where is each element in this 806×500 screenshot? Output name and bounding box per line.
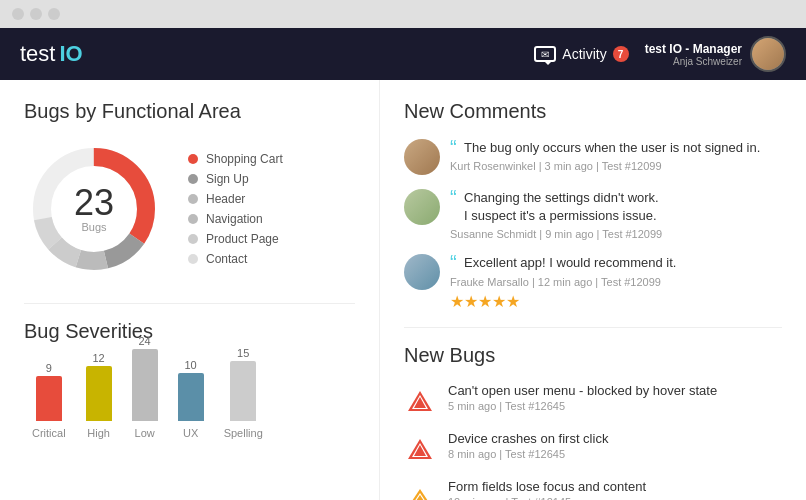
legend-label-signup: Sign Up	[206, 172, 249, 186]
legend-dot-shopping	[188, 154, 198, 164]
bar-low: 24 Low	[132, 335, 158, 439]
comment-avatar-1	[404, 139, 440, 175]
app-header: test IO ✉ Activity 7 test IO - Manager A…	[0, 28, 806, 80]
bug-title-2: Device crashes on first click	[448, 431, 782, 446]
donut-number: 23	[74, 185, 114, 221]
right-panel: New Comments The bug only occurs when th…	[380, 80, 806, 500]
user-name: test IO - Manager	[645, 42, 742, 56]
comment-item-2: Changing the settings didn't work.I susp…	[404, 189, 782, 240]
bug-item-3[interactable]: Form fields lose focus and content 12 mi…	[404, 479, 782, 500]
legend-item-signup: Sign Up	[188, 172, 283, 186]
activity-label: Activity	[562, 46, 606, 62]
divider-1	[24, 303, 355, 304]
chat-icon: ✉	[534, 46, 556, 62]
bar-critical: 9 Critical	[32, 362, 66, 439]
bar-rect-ux	[178, 373, 204, 421]
bar-value-high: 12	[93, 352, 105, 364]
legend-dot-product	[188, 234, 198, 244]
activity-button[interactable]: ✉ Activity 7	[534, 46, 628, 62]
bar-chart: 9 Critical 12 High 24 Low 10	[24, 359, 355, 439]
comment-text-3: Excellent app! I would recommend it.	[450, 254, 782, 272]
user-info[interactable]: test IO - Manager Anja Schweizer	[645, 36, 786, 72]
window-maximize-btn[interactable]	[48, 8, 60, 20]
window-close-btn[interactable]	[12, 8, 24, 20]
bug-title-3: Form fields lose focus and content	[448, 479, 782, 494]
header-right: ✉ Activity 7 test IO - Manager Anja Schw…	[534, 36, 786, 72]
user-text: test IO - Manager Anja Schweizer	[645, 42, 742, 67]
legend-item-product: Product Page	[188, 232, 283, 246]
bug-meta-2: 8 min ago | Test #12645	[448, 448, 782, 460]
bar-rect-low	[132, 349, 158, 421]
comment-body-1: The bug only occurs when the user is not…	[450, 139, 782, 175]
bug-title-1: Can't open user menu - blocked by hover …	[448, 383, 782, 398]
rating-stars-3: ★★★★★	[450, 292, 782, 311]
legend-item-shopping: Shopping Cart	[188, 152, 283, 166]
bar-label-spelling: Spelling	[224, 427, 263, 439]
bar-spelling: 15 Spelling	[224, 347, 263, 439]
bug-meta-1: 5 min ago | Test #12645	[448, 400, 782, 412]
comment-item-1: The bug only occurs when the user is not…	[404, 139, 782, 175]
bug-meta-3: 12 min ago | Test #12145	[448, 496, 782, 500]
logo-test: test	[20, 41, 55, 67]
bar-value-low: 24	[139, 335, 151, 347]
legend-label-header: Header	[206, 192, 245, 206]
legend-item-contact: Contact	[188, 252, 283, 266]
bar-label-low: Low	[135, 427, 155, 439]
avatar-image	[752, 38, 784, 70]
comment-avatar-3	[404, 254, 440, 290]
bugs-title: New Bugs	[404, 344, 782, 367]
window-minimize-btn[interactable]	[30, 8, 42, 20]
bar-rect-high	[86, 366, 112, 421]
legend-dot-header	[188, 194, 198, 204]
legend-dot-signup	[188, 174, 198, 184]
bug-item-2[interactable]: Device crashes on first click 8 min ago …	[404, 431, 782, 465]
comment-meta-3: Frauke Marsallo | 12 min ago | Test #120…	[450, 276, 782, 288]
high-icon-3	[406, 483, 434, 500]
bar-label-high: High	[87, 427, 110, 439]
bar-rect-spelling	[230, 361, 256, 421]
bug-item-1[interactable]: Can't open user menu - blocked by hover …	[404, 383, 782, 417]
bars-container: 9 Critical 12 High 24 Low 10	[24, 359, 355, 439]
donut-center: 23 Bugs	[74, 185, 114, 233]
bug-severity-icon-3	[404, 481, 436, 500]
bar-label-critical: Critical	[32, 427, 66, 439]
avatar	[750, 36, 786, 72]
comment-body-2: Changing the settings didn't work.I susp…	[450, 189, 782, 240]
legend-item-header: Header	[188, 192, 283, 206]
legend-label-navigation: Navigation	[206, 212, 263, 226]
bar-ux: 10 UX	[178, 359, 204, 439]
window-chrome	[0, 0, 806, 28]
legend-item-navigation: Navigation	[188, 212, 283, 226]
divider-2	[404, 327, 782, 328]
legend-label-contact: Contact	[206, 252, 247, 266]
comments-title: New Comments	[404, 100, 782, 123]
bug-body-3: Form fields lose focus and content 12 mi…	[448, 479, 782, 500]
donut-chart: 23 Bugs	[24, 139, 164, 279]
critical-icon-1	[406, 387, 434, 415]
main-content: Bugs by Functional Area	[0, 80, 806, 500]
chart-area: 23 Bugs Shopping Cart Sign Up Header	[24, 139, 355, 279]
bug-body-2: Device crashes on first click 8 min ago …	[448, 431, 782, 460]
bug-body-1: Can't open user menu - blocked by hover …	[448, 383, 782, 412]
comment-text-1: The bug only occurs when the user is not…	[450, 139, 782, 157]
chart-legend: Shopping Cart Sign Up Header Navigation …	[188, 152, 283, 266]
bar-high: 12 High	[86, 352, 112, 439]
bar-label-ux: UX	[183, 427, 198, 439]
legend-dot-navigation	[188, 214, 198, 224]
comment-meta-1: Kurt Rosenwinkel | 3 min ago | Test #120…	[450, 160, 782, 172]
bar-value-ux: 10	[185, 359, 197, 371]
severities-title: Bug Severities	[24, 320, 355, 343]
bug-severity-icon-2	[404, 433, 436, 465]
left-panel: Bugs by Functional Area	[0, 80, 380, 500]
logo: test IO	[20, 41, 83, 67]
logo-io: IO	[59, 41, 82, 67]
comment-meta-2: Susanne Schmidt | 9 min ago | Test #1209…	[450, 228, 782, 240]
legend-dot-contact	[188, 254, 198, 264]
bar-value-spelling: 15	[237, 347, 249, 359]
user-role: Anja Schweizer	[645, 56, 742, 67]
bug-severity-icon-1	[404, 385, 436, 417]
comment-body-3: Excellent app! I would recommend it. Fra…	[450, 254, 782, 310]
legend-label-shopping: Shopping Cart	[206, 152, 283, 166]
comment-avatar-2	[404, 189, 440, 225]
bar-value-critical: 9	[46, 362, 52, 374]
